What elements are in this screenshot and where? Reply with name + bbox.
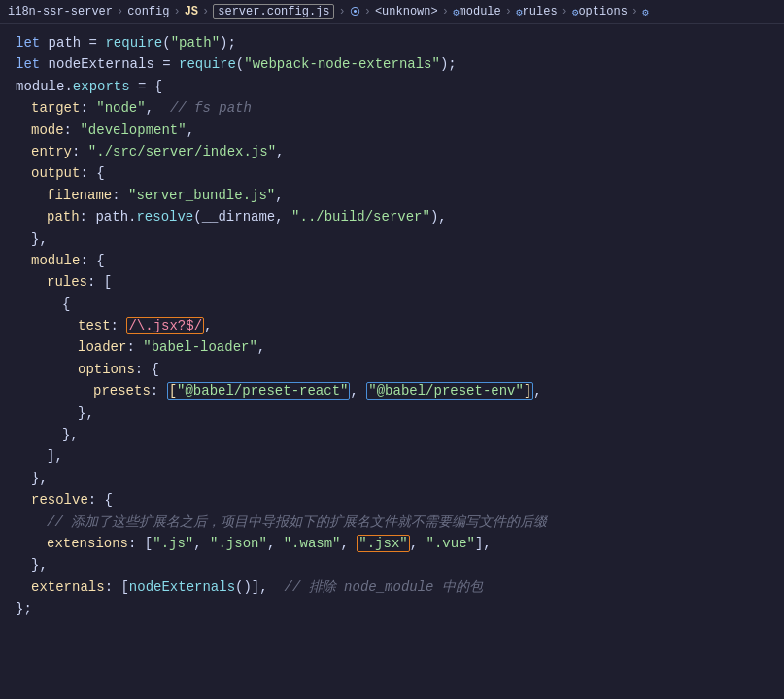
code-line-3: module.exports = { [0,76,784,97]
breadcrumb-module[interactable]: module [460,5,501,18]
code-line-9: path: path.resolve(__dirname, "../build/… [0,206,784,227]
breadcrumb-config[interactable]: config [127,5,169,18]
code-line-27: }; [0,598,784,619]
breadcrumb-sep-9: › [631,5,638,18]
code-line-5: mode: "development", [0,120,784,141]
code-line-7: output: { [0,162,784,184]
code-line-25: }, [0,554,784,576]
code-line-17: presets: ["@babel/preset-react", "@babel… [0,380,784,402]
breadcrumb-sep-4: › [338,5,345,18]
code-line-24: extensions: [".js", ".json", ".wasm", ".… [0,533,784,554]
code-line-12: rules: [ [0,271,784,293]
code-line-6: entry: "./src/server/index.js", [0,141,784,162]
breadcrumb-sep-6: › [442,5,449,18]
breadcrumb-js: JS [185,5,198,18]
breadcrumb-rules-icon: ⚙ [516,6,523,18]
breadcrumb-unknown: <unknown> [375,5,438,18]
code-line-13: { [0,294,784,315]
code-line-26: externals: [nodeExternals()], // 排除 node… [0,577,784,598]
code-line-20: ], [0,445,784,467]
breadcrumb-last-icon: ⚙ [642,6,649,18]
code-line-2: let nodeExternals = require("webpack-nod… [0,53,784,75]
code-line-15: loader: "babel-loader", [0,336,784,358]
code-line-16: options: { [0,359,784,380]
code-line-8: filename: "server_bundle.js", [0,185,784,206]
breadcrumb-sep-5: › [364,5,371,18]
breadcrumb: i18n-ssr-server › config › JS › server.c… [0,0,784,24]
code-line-19: }, [0,424,784,445]
breadcrumb-sep-2: › [173,5,180,18]
breadcrumb-module-icon: ⚙ [453,6,460,18]
breadcrumb-project[interactable]: i18n-ssr-server [8,5,113,18]
code-line-22: resolve: { [0,489,784,510]
code-line-18: }, [0,402,784,424]
breadcrumb-file[interactable]: server.config.js [213,4,334,19]
code-line-4: target: "node", // fs path [0,97,784,119]
breadcrumb-sep-3: › [202,5,209,18]
breadcrumb-options[interactable]: options [578,5,627,18]
code-line-1: let path = require("path"); [0,32,784,53]
code-line-11: module: { [0,250,784,271]
code-editor: let path = require("path"); let nodeExte… [0,24,784,628]
breadcrumb-sep-7: › [505,5,512,18]
code-line-14: test: /\.jsx?$/, [0,315,784,336]
breadcrumb-sep-1: › [117,5,123,18]
breadcrumb-rules[interactable]: rules [523,5,558,18]
code-line-23: // 添加了这些扩展名之后，项目中导报如下的扩展名文件就不需要编写文件的后缀 [0,511,784,533]
breadcrumb-sep-8: › [562,5,568,18]
breadcrumb-options-icon: ⚙ [572,6,579,18]
code-line-10: }, [0,228,784,250]
breadcrumb-unknown-icon: ⦿ [350,6,360,18]
code-line-21: }, [0,468,784,489]
